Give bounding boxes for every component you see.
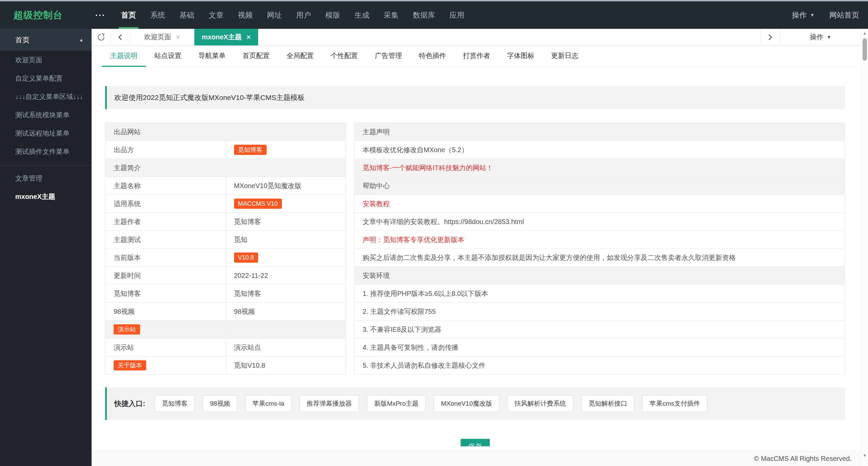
section-header-cell: 出品网站 [105,123,346,141]
tab-home-config[interactable]: 首页配置 [234,46,278,67]
topnav-article[interactable]: 文章 [201,1,231,29]
table-row: 购买之后请勿二次售卖及分享，本主题不添加授权就是因为让大家更方便的使用，如发现分… [354,249,845,267]
topnav-app[interactable]: 应用 [442,1,471,29]
sidebar-item-mxonex-theme[interactable]: mxoneX主题 [0,187,92,206]
table-row: 帮助中心 [354,177,845,195]
table-row: 适用系统MACCMS V10 [105,195,346,213]
tab-site-settings[interactable]: 站点设置 [146,46,190,67]
tab-changelog[interactable]: 更新日志 [543,46,587,67]
quick-link-danmu-player[interactable]: 推荐弹幕播放器 [300,395,359,412]
topbar: 超级控制台 ··· 首页 系统 基础 文章 视频 网址 用户 模版 生成 采集 … [0,1,868,29]
table-row: 文章中有详细的安装教程。https://98dou.cn/2853.html [354,213,845,231]
tab-scroll-left-button[interactable] [111,29,130,45]
app-logo[interactable]: 超级控制台 [0,1,92,29]
quick-link-fufeng-parse[interactable]: 扶风解析计费系统 [507,395,573,412]
value-cell: 觅知V10.8 [226,357,346,374]
tabstrip-spacer [258,29,760,45]
quick-link-mxpro-theme[interactable]: 新版MxPro主题 [367,395,426,412]
quick-link-98video[interactable]: 98视频 [203,395,237,412]
topnav-template[interactable]: 模版 [318,1,347,29]
value-cell: V10.8 [226,249,346,267]
page-tabstrip: 欢迎页面 × mxoneX主题 × 操作 ▼ [92,29,861,46]
quick-link-maccms-pay-plugin[interactable]: 苹果cms支付插件 [642,395,707,412]
page-tab-welcome-label: 欢迎页面 [144,33,171,42]
value-cell: 98视频 [226,303,346,321]
main-area: 欢迎页面 × mxoneX主题 × 操作 ▼ 主题说明 站点设置 导航菜单 首页… [92,29,861,466]
label-cell: 主题名称 [105,177,226,195]
sidebar-group-home[interactable]: 首页 ▲ [0,29,92,51]
close-icon[interactable]: × [176,34,180,41]
footer: © MacCMS All Rights Reserved. [92,451,861,466]
section-header-cell: 主题简介 [105,159,346,177]
theme-intro-content: 欢迎使用2022觅知正式魔改版MXoneV10-苹果CMS主题模板 出品网站 出… [92,86,861,446]
refresh-button[interactable] [92,29,111,45]
tab-personal-config[interactable]: 个性配置 [322,46,366,67]
topbar-spacer [471,1,792,29]
sidebar-item-test-system-module[interactable]: 测试系统模块菜单 [0,106,92,124]
sidebar-item-custom-menu-config[interactable]: 自定义菜单配置 [0,69,92,87]
site-home-link[interactable]: 网站首页 [829,10,859,20]
label-cell: 主题测试 [105,231,226,249]
sidebar-item-custom-menu-area[interactable]: ↓↓↓自定义菜单区域↓↓↓ [0,87,92,106]
table-row: 当前版本V10.8 [105,249,346,267]
note-cell: 文章中有详细的安装教程。https://98dou.cn/2853.html [354,213,845,231]
sidebar-item-welcome[interactable]: 欢迎页面 [0,51,92,69]
tab-action-dropdown[interactable]: 操作 ▼ [780,29,861,45]
save-button[interactable]: 保存 [461,439,490,446]
value-cell: 觅知博客 [226,141,346,159]
topnav-user[interactable]: 用户 [289,1,318,29]
value-cell: MXoneV10觅知魔改版 [226,177,346,195]
label-cell: 98视频 [105,303,226,321]
topbar-action-dropdown[interactable]: 操作 ▼ [792,10,814,20]
tab-ad-manage[interactable]: 广告管理 [366,46,410,67]
table-row: 声明：觅知博客专享优化更新版本 [354,231,845,249]
tab-font-icons[interactable]: 字体图标 [499,46,543,67]
topnav-generate[interactable]: 生成 [347,1,377,29]
table-row: 3. 不兼容IE8及以下浏览器 [354,321,845,339]
table-row: 更新时间2022-11-22 [105,267,346,285]
about-version-badge: 关于版本 [114,360,146,370]
page-tab-welcome[interactable]: 欢迎页面 × [130,29,194,45]
system-badge: MACCMS V10 [234,199,282,209]
quick-link-mizhi-blog[interactable]: 觅知博客 [155,395,195,412]
publisher-badge: 觅知博客 [234,145,267,155]
quick-link-maccms-la[interactable]: 苹果cms-la [245,395,291,412]
page-tab-mxonex-theme[interactable]: mxoneX主题 × [194,29,258,45]
close-icon[interactable]: × [246,34,251,41]
sidebar-item-test-plugin-file[interactable]: 测试插件文件菜单 [0,142,92,161]
quick-link-mizhi-parse-api[interactable]: 觅知解析接口 [581,395,634,412]
sidebar-item-test-remote-url[interactable]: 测试远程地址菜单 [0,124,92,142]
note-cell: 4. 主题具备可复制性，请勿传播 [354,339,845,357]
table-row: 觅知博客-一个赋能网络IT科技魅力的网站！ [354,159,845,177]
tab-featured-plugins[interactable]: 特色插件 [410,46,455,67]
topnav-database[interactable]: 数据库 [406,1,442,29]
value-cell: 觅知博客 [226,213,346,231]
note-cell: 安装教程 [354,195,845,213]
note-cell: 本模板改优化修改自MXone（5.2） [354,141,845,159]
topnav-video[interactable]: 视频 [231,1,260,29]
tab-reward-author[interactable]: 打赏作者 [455,46,499,67]
topnav-collect[interactable]: 采集 [377,1,406,29]
topnav-basic[interactable]: 基础 [172,1,201,29]
tab-scroll-right-button[interactable] [760,29,780,45]
vertical-scrollbar[interactable]: ▲ ▼ [861,29,868,466]
topnav-home[interactable]: 首页 [114,1,143,29]
topnav-website[interactable]: 网址 [260,1,289,29]
topnav-system[interactable]: 系统 [143,1,172,29]
table-row: 主题简介 [105,159,346,177]
scroll-up-icon[interactable]: ▲ [862,31,868,36]
scrollbar-thumb[interactable] [863,38,867,61]
scroll-down-icon[interactable]: ▼ [862,453,868,458]
more-menu-icon[interactable]: ··· [92,1,109,29]
caret-down-icon: ▼ [827,35,831,40]
tab-nav-menu[interactable]: 导航菜单 [190,46,234,67]
save-button-area: 保存 [105,439,845,446]
label-cell: 演示站 [105,321,226,339]
sidebar-item-article-manage[interactable]: 文章管理 [0,169,92,187]
tab-global-config[interactable]: 全局配置 [278,46,322,67]
topbar-right: 操作 ▼ 网站首页 [792,1,868,29]
quick-link-mxonev10-mod[interactable]: MXoneV10魔改版 [434,395,499,412]
label-cell: 演示站 [105,339,226,357]
table-row: 出品网站 [105,123,346,141]
tab-theme-intro[interactable]: 主题说明 [102,46,146,67]
